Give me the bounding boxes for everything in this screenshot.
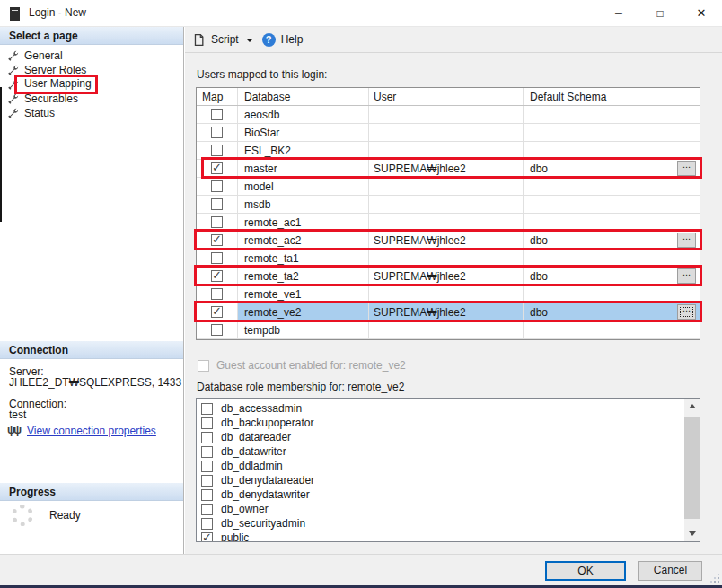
map-cell[interactable] <box>197 232 238 249</box>
map-cell[interactable] <box>197 142 238 159</box>
help-button[interactable]: Help <box>281 33 304 46</box>
sidebar-page-item[interactable]: User Mapping <box>0 77 183 92</box>
database-cell[interactable]: aeosdb <box>238 106 369 123</box>
column-header-database[interactable]: Database <box>238 88 369 105</box>
map-checkbox[interactable] <box>211 198 223 210</box>
user-cell[interactable]: SUPREMA₩jhlee2 <box>369 160 524 177</box>
database-cell[interactable]: remote_ac2 <box>238 232 369 249</box>
user-cell[interactable] <box>369 124 524 141</box>
map-checkbox[interactable] <box>211 180 223 192</box>
database-cell[interactable]: model <box>238 178 369 195</box>
map-checkbox[interactable] <box>211 127 223 138</box>
map-checkbox[interactable] <box>211 324 223 336</box>
default-schema-cell[interactable] <box>524 250 700 267</box>
grid-row[interactable]: master SUPREMA₩jhlee2 dbo... <box>197 160 700 178</box>
user-cell[interactable]: SUPREMA₩jhlee2 <box>369 303 524 320</box>
role-list-item[interactable]: db_owner <box>197 502 700 516</box>
role-list-item[interactable]: db_datawriter <box>197 444 700 459</box>
maximize-button[interactable]: □ <box>639 0 681 26</box>
cancel-button[interactable]: Cancel <box>638 561 702 581</box>
database-cell[interactable]: remote_ac1 <box>238 214 369 231</box>
user-cell[interactable] <box>369 214 524 231</box>
map-checkbox[interactable] <box>211 145 223 156</box>
grid-row[interactable]: model <box>197 178 700 196</box>
database-cell[interactable]: tempdb <box>238 321 369 338</box>
user-cell[interactable] <box>369 196 524 213</box>
map-cell[interactable] <box>197 160 238 177</box>
grid-row[interactable]: ESL_BK2 <box>197 142 700 160</box>
map-checkbox[interactable] <box>211 306 223 318</box>
database-cell[interactable]: remote_ve1 <box>238 285 369 303</box>
script-button[interactable]: Script <box>211 33 239 46</box>
default-schema-cell[interactable] <box>524 124 700 141</box>
resize-grip[interactable] <box>710 574 719 583</box>
grid-row[interactable]: remote_ac2 SUPREMA₩jhlee2 dbo... <box>197 232 700 250</box>
user-cell[interactable] <box>369 178 524 195</box>
view-connection-properties-link[interactable]: View connection properties <box>27 425 156 437</box>
role-list-item[interactable]: db_ddladmin <box>197 459 700 473</box>
grid-row[interactable]: remote_ta1 <box>197 250 700 268</box>
database-cell[interactable]: master <box>238 160 369 177</box>
column-header-default-schema[interactable]: Default Schema <box>524 88 700 105</box>
role-checkbox[interactable] <box>201 461 213 472</box>
default-schema-cell[interactable] <box>524 321 700 338</box>
map-checkbox[interactable] <box>211 109 223 120</box>
user-cell[interactable] <box>369 106 524 123</box>
map-cell[interactable] <box>197 250 238 267</box>
default-schema-cell[interactable]: dbo... <box>524 268 700 285</box>
map-checkbox[interactable] <box>211 270 223 282</box>
browse-schema-button[interactable]: ... <box>677 233 696 248</box>
grid-row[interactable]: remote_ve2 SUPREMA₩jhlee2 dbo... <box>197 303 700 321</box>
sidebar-page-item[interactable]: General <box>0 48 183 63</box>
database-cell[interactable]: BioStar <box>238 124 369 141</box>
column-header-user[interactable]: User <box>369 88 524 105</box>
scroll-up-button[interactable] <box>684 399 700 414</box>
grid-row[interactable]: remote_ta2 SUPREMA₩jhlee2 dbo... <box>197 268 700 285</box>
default-schema-cell[interactable] <box>524 106 700 123</box>
database-cell[interactable]: ESL_BK2 <box>238 142 369 159</box>
role-checkbox[interactable] <box>201 504 213 515</box>
role-list-item[interactable]: db_denydatawriter <box>197 487 700 502</box>
role-list-item[interactable]: db_securityadmin <box>197 516 700 531</box>
user-cell[interactable]: SUPREMA₩jhlee2 <box>369 232 524 249</box>
user-cell[interactable] <box>369 321 524 338</box>
role-list-scrollbar[interactable] <box>684 399 700 541</box>
default-schema-cell[interactable]: dbo... <box>524 160 700 177</box>
role-checkbox[interactable] <box>201 432 213 443</box>
role-list-item[interactable]: db_backupoperator <box>197 416 700 430</box>
database-cell[interactable]: remote_ta2 <box>238 268 369 285</box>
browse-schema-button[interactable]: ... <box>677 304 696 320</box>
script-dropdown-icon[interactable] <box>246 39 253 46</box>
map-checkbox[interactable] <box>211 234 223 246</box>
role-list-item[interactable]: db_datareader <box>197 430 700 444</box>
map-checkbox[interactable] <box>211 252 223 264</box>
map-cell[interactable] <box>197 196 238 213</box>
role-checkbox[interactable] <box>201 446 213 458</box>
grid-row[interactable]: tempdb <box>197 321 700 339</box>
map-cell[interactable] <box>197 106 238 123</box>
map-cell[interactable] <box>197 321 238 338</box>
scroll-down-button[interactable] <box>684 526 700 541</box>
minimize-button[interactable]: ─ <box>598 0 639 26</box>
user-cell[interactable]: SUPREMA₩jhlee2 <box>369 268 524 285</box>
browse-schema-button[interactable]: ... <box>677 161 696 176</box>
database-cell[interactable]: msdb <box>238 196 369 213</box>
default-schema-cell[interactable] <box>524 178 700 195</box>
default-schema-cell[interactable]: dbo... <box>524 232 700 249</box>
user-cell[interactable] <box>369 285 524 303</box>
role-checkbox[interactable] <box>201 403 213 415</box>
map-cell[interactable] <box>197 214 238 231</box>
role-checkbox[interactable] <box>201 489 213 501</box>
close-button[interactable]: ✕ <box>681 0 722 26</box>
role-list-item[interactable]: public <box>197 531 700 542</box>
database-cell[interactable]: remote_ve2 <box>238 303 369 320</box>
role-list-item[interactable]: db_denydatareader <box>197 473 700 487</box>
default-schema-cell[interactable] <box>524 214 700 231</box>
role-list-item[interactable]: db_accessadmin <box>197 401 700 416</box>
sidebar-page-item[interactable]: Status <box>0 106 183 120</box>
grid-row[interactable]: BioStar <box>197 124 700 142</box>
map-checkbox[interactable] <box>211 216 223 228</box>
column-header-map[interactable]: Map <box>197 88 238 105</box>
grid-row[interactable]: remote_ve1 <box>197 285 700 303</box>
role-checkbox[interactable] <box>201 532 213 543</box>
